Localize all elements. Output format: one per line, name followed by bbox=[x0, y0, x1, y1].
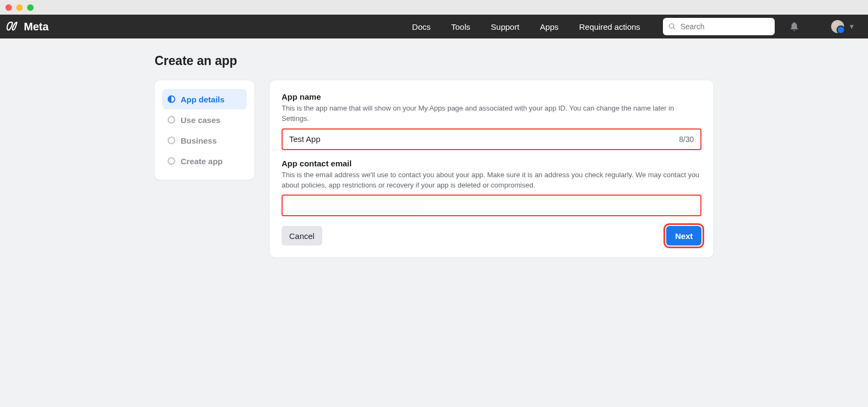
step-label: Business bbox=[181, 136, 217, 145]
brand-logo[interactable]: Meta bbox=[7, 20, 49, 34]
search-icon bbox=[668, 22, 676, 31]
chevron-down-icon: ▼ bbox=[848, 23, 855, 30]
form-actions: Cancel Next bbox=[282, 226, 701, 246]
window-zoom-icon[interactable] bbox=[27, 4, 34, 11]
step-indicator-icon bbox=[168, 95, 175, 103]
step-indicator-icon bbox=[168, 116, 175, 124]
field-contact-email: App contact email This is the email addr… bbox=[282, 159, 701, 217]
step-label: App details bbox=[181, 95, 225, 104]
app-name-input[interactable]: Test App 8/30 bbox=[282, 128, 701, 150]
contact-email-desc: This is the email address we'll use to c… bbox=[282, 170, 701, 191]
step-use-cases[interactable]: Use cases bbox=[162, 109, 247, 130]
meta-logo-icon bbox=[7, 20, 21, 34]
nav-link-docs[interactable]: Docs bbox=[412, 22, 431, 31]
contact-email-label: App contact email bbox=[282, 159, 701, 168]
field-app-name: App name This is the app name that will … bbox=[282, 92, 701, 150]
step-label: Create app bbox=[181, 157, 223, 166]
form-card: App name This is the app name that will … bbox=[270, 80, 713, 257]
bell-icon bbox=[789, 21, 800, 32]
step-label: Use cases bbox=[181, 115, 220, 125]
page-title: Create an app bbox=[155, 54, 713, 68]
nav-link-required-actions[interactable]: Required actions bbox=[579, 22, 641, 31]
app-name-counter: 8/30 bbox=[679, 135, 694, 144]
step-create-app[interactable]: Create app bbox=[162, 151, 247, 171]
nav-links: Docs Tools Support Apps Required actions bbox=[412, 22, 641, 31]
contact-email-input[interactable] bbox=[282, 195, 701, 216]
nav-link-tools[interactable]: Tools bbox=[451, 22, 470, 31]
app-name-label: App name bbox=[282, 92, 701, 101]
contact-email-value-redacted bbox=[289, 201, 425, 210]
app-name-value: Test App bbox=[289, 134, 679, 144]
notifications-button[interactable] bbox=[789, 21, 800, 32]
window-minimize-icon[interactable] bbox=[16, 4, 23, 11]
top-nav: Meta Docs Tools Support Apps Required ac… bbox=[0, 15, 868, 38]
avatar-icon bbox=[831, 20, 844, 33]
window-close-icon[interactable] bbox=[5, 4, 12, 11]
account-menu[interactable]: ▼ bbox=[831, 20, 855, 33]
step-business[interactable]: Business bbox=[162, 130, 247, 151]
page-body: Create an app App details Use cases Busi… bbox=[0, 38, 868, 407]
cancel-button[interactable]: Cancel bbox=[282, 226, 322, 246]
step-indicator-icon bbox=[168, 137, 175, 144]
stepper: App details Use cases Business Create ap… bbox=[155, 80, 254, 180]
window-chrome bbox=[0, 0, 868, 15]
search-box[interactable] bbox=[663, 18, 775, 35]
nav-link-apps[interactable]: Apps bbox=[540, 22, 558, 31]
nav-link-support[interactable]: Support bbox=[491, 22, 520, 31]
next-button[interactable]: Next bbox=[666, 226, 701, 246]
brand-name: Meta bbox=[24, 21, 49, 33]
search-input[interactable] bbox=[680, 22, 769, 31]
step-app-details[interactable]: App details bbox=[162, 89, 247, 109]
app-name-desc: This is the app name that will show on y… bbox=[282, 104, 701, 124]
step-indicator-icon bbox=[168, 157, 175, 165]
